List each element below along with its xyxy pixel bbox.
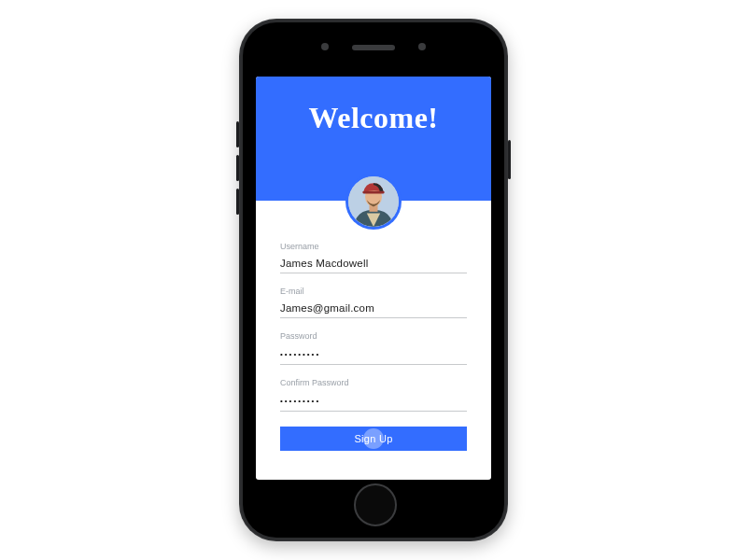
password-field-group: Password (280, 331, 467, 365)
username-label: Username (280, 242, 467, 251)
page-title: Welcome! (256, 77, 491, 135)
username-input[interactable] (280, 258, 467, 273)
signup-button-label: Sign Up (354, 433, 392, 444)
password-input[interactable] (280, 350, 467, 365)
confirm-password-input[interactable] (280, 397, 467, 412)
username-field-group: Username (280, 242, 467, 273)
sensor-icon (418, 43, 426, 50)
signup-button[interactable]: Sign Up (280, 427, 467, 451)
svg-rect-4 (362, 191, 384, 194)
signup-form: Username E-mail Password Confirm Passwor… (256, 201, 491, 451)
password-label: Password (280, 331, 467, 341)
email-label: E-mail (280, 287, 467, 296)
avatar-image (348, 176, 399, 227)
email-input[interactable] (280, 302, 467, 318)
phone-frame: Welcome! (239, 19, 508, 541)
confirm-password-field-group: Confirm Password (280, 378, 467, 412)
email-field-group: E-mail (280, 287, 467, 318)
phone-bezel: Welcome! (243, 22, 504, 538)
avatar[interactable] (345, 174, 402, 230)
screen: Welcome! (256, 77, 491, 480)
home-button[interactable] (354, 483, 397, 526)
confirm-password-label: Confirm Password (280, 378, 467, 387)
earpiece-icon (352, 45, 395, 50)
front-camera-icon (321, 43, 329, 50)
